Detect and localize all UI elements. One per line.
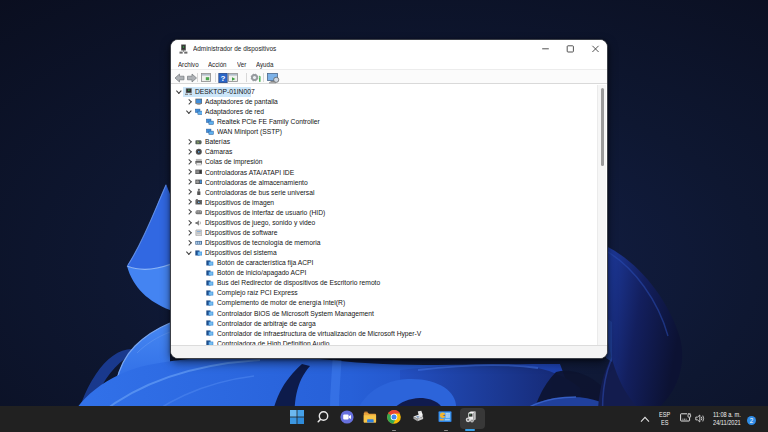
svg-text:?: ? [221, 74, 226, 83]
